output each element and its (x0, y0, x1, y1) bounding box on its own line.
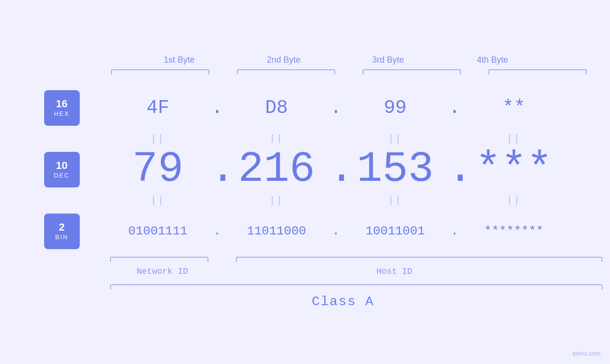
hex-dot3: . (448, 97, 462, 119)
hex-row: 16 HEX 4F . D8 . 99 . ** (44, 84, 566, 131)
bin-row: 2 BIN 01001111 . 11011000 . 10011001 . *… (44, 207, 566, 255)
dec-row: 10 DEC 79 . 216 . 153 . *** (44, 146, 566, 193)
dec-b4: *** (462, 145, 566, 194)
dec-b2: 216 (225, 145, 329, 194)
dec-base-lbl: DEC (54, 172, 69, 179)
bin-badge: 2 BIN (44, 214, 80, 249)
top-brackets-svg (107, 67, 591, 77)
eq1-b4: || (462, 133, 566, 144)
bin-dot2: . (329, 224, 343, 238)
equals-row-2: || || || || (106, 193, 566, 207)
header-b3: 3rd Byte (336, 55, 441, 65)
dec-badge: 10 DEC (44, 152, 80, 187)
bin-b4: ******** (462, 224, 566, 238)
class-label-row: Class A (106, 294, 581, 309)
eq2-b3: || (343, 195, 448, 206)
bottom-brackets-svg: Network ID Host ID (106, 255, 607, 281)
dec-values: 79 . 216 . 153 . *** (106, 145, 566, 194)
eq2-b2: || (225, 195, 329, 206)
hex-dot2: . (329, 97, 343, 119)
eq2-b1: || (106, 195, 210, 206)
equals-row-1: || || || || (106, 131, 566, 146)
bin-dot3: . (448, 224, 462, 238)
dec-dot1: . (210, 145, 225, 194)
header-b1: 1st Byte (127, 55, 232, 65)
dec-dot3: . (448, 145, 462, 194)
bin-b3: 10011001 (343, 224, 448, 238)
bin-b2: 11011000 (225, 224, 329, 238)
eq2-b4: || (462, 195, 566, 206)
header-b4: 4th Byte (441, 55, 545, 65)
hex-b2: D8 (225, 97, 329, 119)
eq1-b2: || (225, 133, 329, 144)
network-id-text: Network ID (137, 267, 188, 276)
main-container: 1st Byte 2nd Byte 3rd Byte 4th Byte 16 H… (0, 0, 610, 364)
class-area: Class A (80, 281, 592, 309)
bin-dot1: . (210, 224, 225, 238)
class-label: Class A (312, 294, 375, 309)
eq1-b3: || (343, 133, 448, 144)
hex-badge: 16 HEX (44, 90, 80, 126)
bin-base-lbl: BIN (55, 233, 68, 241)
hex-dot1: . (210, 97, 225, 119)
bin-base-num: 2 (59, 222, 65, 233)
hex-base-num: 16 (56, 98, 67, 110)
hex-base-lbl: HEX (54, 110, 70, 117)
dec-dot2: . (329, 145, 343, 194)
header-b2: 2nd Byte (232, 55, 336, 65)
host-id-text: Host ID (376, 267, 413, 276)
hex-b4: ** (462, 97, 566, 119)
dec-b3: 153 (343, 145, 448, 194)
watermark: ipshu.com (572, 350, 601, 357)
hex-values: 4F . D8 . 99 . ** (106, 97, 566, 119)
eq1-b1: || (106, 133, 210, 144)
full-bottom-bracket-svg (106, 281, 607, 290)
bottom-bracket-area: Network ID Host ID (80, 255, 592, 281)
hex-b1: 4F (106, 97, 210, 119)
dec-base-num: 10 (56, 160, 67, 171)
hex-b3: 99 (343, 97, 448, 119)
header-row: 1st Byte 2nd Byte 3rd Byte 4th Byte (127, 55, 545, 65)
bin-b1: 01001111 (106, 224, 210, 238)
bin-values: 01001111 . 11011000 . 10011001 . *******… (106, 224, 566, 238)
dec-b1: 79 (106, 145, 210, 194)
